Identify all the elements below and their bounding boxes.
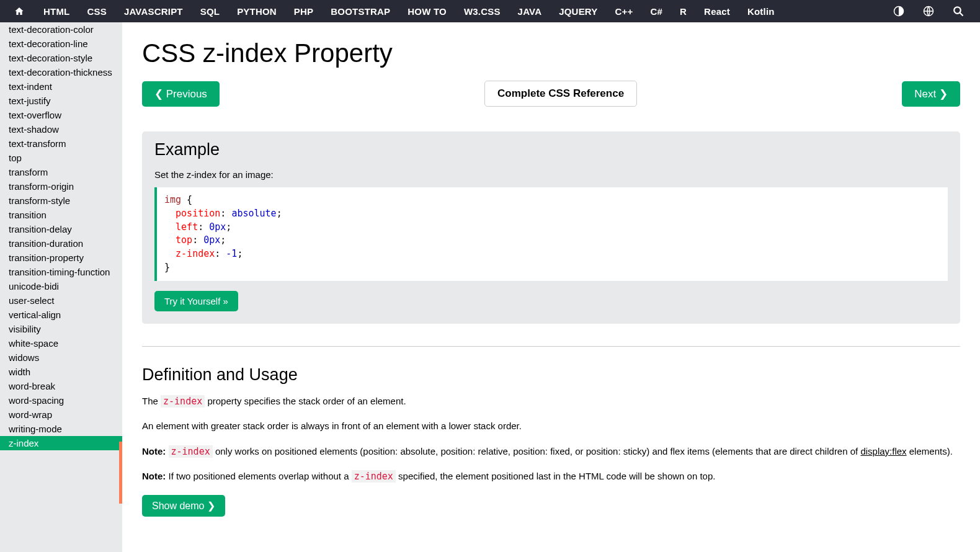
nav-item[interactable]: CSS	[78, 6, 115, 17]
sidebar-item[interactable]: vertical-align	[0, 308, 122, 322]
definition-p3: Note: z-index only works on positioned e…	[142, 445, 960, 459]
sidebar-item[interactable]: text-shadow	[0, 122, 122, 136]
top-nav: HTMLCSSJAVASCRIPTSQLPYTHONPHPBOOTSTRAPHO…	[0, 0, 980, 22]
sidebar-item[interactable]: visibility	[0, 322, 122, 336]
sidebar-item[interactable]: text-decoration-thickness	[0, 65, 122, 79]
code-block: img { position: absolute; left: 0px; top…	[154, 187, 948, 281]
sidebar-item[interactable]: text-decoration-style	[0, 51, 122, 65]
inline-code: z-index	[169, 445, 213, 458]
page-title: CSS z-index Property	[142, 38, 960, 68]
scrollbar-indicator[interactable]	[119, 442, 122, 504]
nav-item[interactable]: W3.CSS	[455, 6, 509, 17]
sidebar-item[interactable]: text-transform	[0, 136, 122, 151]
definition-p1: The z-index property specifies the stack…	[142, 394, 960, 409]
nav-item[interactable]: HTML	[35, 6, 78, 17]
sidebar-item[interactable]: user-select	[0, 293, 122, 308]
example-description: Set the z-index for an image:	[154, 169, 948, 180]
sidebar-item[interactable]: widows	[0, 350, 122, 365]
sidebar-item[interactable]: transition	[0, 208, 122, 222]
sidebar-item[interactable]: transform-style	[0, 194, 122, 208]
sidebar-item[interactable]: writing-mode	[0, 422, 122, 436]
sidebar-item[interactable]: text-indent	[0, 79, 122, 94]
svg-point-2	[954, 7, 961, 14]
nav-item[interactable]: JAVA	[509, 6, 551, 17]
sidebar-item[interactable]: transition-delay	[0, 222, 122, 236]
theme-icon[interactable]	[886, 6, 912, 17]
sidebar-item[interactable]: width	[0, 365, 122, 379]
sidebar-item[interactable]: text-decoration-line	[0, 37, 122, 51]
example-box: Example Set the z-index for an image: im…	[142, 131, 960, 324]
nav-item[interactable]: SQL	[192, 6, 228, 17]
nav-item[interactable]: BOOTSTRAP	[322, 6, 399, 17]
nav-item[interactable]: React	[695, 6, 739, 17]
sidebar-item[interactable]: word-spacing	[0, 393, 122, 407]
next-button[interactable]: Next ❯	[902, 81, 960, 107]
definition-heading: Definition and Usage	[142, 365, 960, 385]
nav-item[interactable]: JQUERY	[550, 6, 606, 17]
nav-item[interactable]: HOW TO	[399, 6, 455, 17]
sidebar: text-decoration-colortext-decoration-lin…	[0, 22, 122, 552]
sidebar-item[interactable]: text-justify	[0, 94, 122, 108]
definition-p4: Note: If two positioned elements overlap…	[142, 470, 960, 484]
nav-item[interactable]: C#	[641, 6, 671, 17]
main-content: CSS z-index Property ❮ Previous Complete…	[122, 22, 980, 552]
nav-item[interactable]: PHP	[285, 6, 322, 17]
sidebar-item[interactable]: text-decoration-color	[0, 22, 122, 37]
nav-item[interactable]: JAVASCRIPT	[115, 6, 192, 17]
inline-code: z-index	[161, 395, 205, 407]
definition-p2: An element with greater stack order is a…	[142, 419, 960, 434]
sidebar-item[interactable]: text-overflow	[0, 108, 122, 122]
globe-icon[interactable]	[915, 6, 942, 17]
show-demo-button[interactable]: Show demo ❯	[142, 495, 225, 517]
inline-code: z-index	[352, 470, 396, 483]
sidebar-item[interactable]: white-space	[0, 336, 122, 350]
display-flex-link[interactable]: display:flex	[860, 446, 906, 456]
sidebar-item[interactable]: z-index	[0, 436, 122, 450]
nav-item[interactable]: PYTHON	[228, 6, 285, 17]
nav-item[interactable]: Kotlin	[739, 6, 783, 17]
sidebar-item[interactable]: transition-duration	[0, 236, 122, 251]
nav-item[interactable]: R	[671, 6, 695, 17]
previous-button[interactable]: ❮ Previous	[142, 81, 220, 107]
nav-item[interactable]: C++	[607, 6, 642, 17]
sidebar-item[interactable]: transition-timing-function	[0, 265, 122, 279]
sidebar-item[interactable]: transform	[0, 165, 122, 179]
sidebar-item[interactable]: word-wrap	[0, 407, 122, 422]
example-heading: Example	[154, 140, 948, 159]
complete-reference-button[interactable]: Complete CSS Reference	[484, 81, 637, 107]
sidebar-item[interactable]: unicode-bidi	[0, 279, 122, 293]
sidebar-item[interactable]: word-break	[0, 379, 122, 393]
sidebar-item[interactable]: transform-origin	[0, 179, 122, 194]
divider	[142, 346, 960, 347]
search-icon[interactable]	[945, 6, 971, 17]
svg-line-3	[960, 12, 963, 16]
sidebar-item[interactable]: transition-property	[0, 251, 122, 265]
home-icon[interactable]	[4, 6, 35, 16]
try-it-button[interactable]: Try it Yourself »	[154, 291, 238, 311]
sidebar-item[interactable]: top	[0, 151, 122, 165]
